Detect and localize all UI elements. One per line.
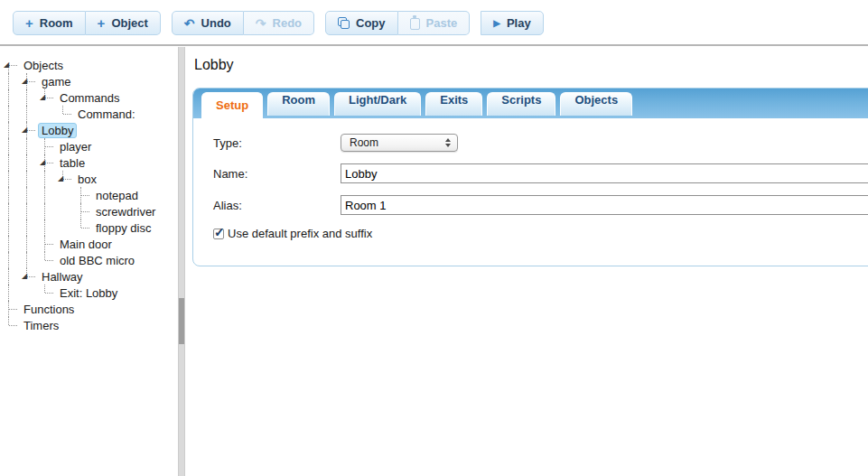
expander-icon[interactable]: ◢ xyxy=(22,78,27,85)
tree-node-label[interactable]: Timers xyxy=(20,318,62,333)
tree-node-player[interactable]: player xyxy=(0,138,178,154)
tree-node-screwdriver[interactable]: screwdriver xyxy=(0,203,178,219)
tree-node-lobby[interactable]: ◢Lobby xyxy=(0,122,178,138)
tree-node-label[interactable]: notepad xyxy=(92,188,142,203)
tree-node-timers[interactable]: Timers xyxy=(0,317,178,333)
tree-connector: ◢ xyxy=(54,171,72,187)
tree-node-floppy-disc[interactable]: floppy disc xyxy=(0,219,178,236)
use-default-prefix-checkbox[interactable] xyxy=(213,229,224,239)
expander-icon[interactable]: ◢ xyxy=(22,126,27,134)
copy-button[interactable]: Copy xyxy=(325,11,398,35)
tree-guide-line xyxy=(54,203,72,219)
add-object-button[interactable]: + Object xyxy=(86,11,161,35)
paste-button[interactable]: Paste xyxy=(398,11,471,35)
tree-node-label[interactable]: table xyxy=(56,155,89,171)
tree-node-label[interactable]: Commands xyxy=(56,90,123,106)
tree-guide-line xyxy=(54,219,72,236)
name-input[interactable] xyxy=(341,163,868,183)
expander-icon[interactable]: ◢ xyxy=(40,159,45,166)
expander-icon[interactable]: ◢ xyxy=(4,61,9,69)
tree-guide-line xyxy=(0,203,18,219)
tree-node-label[interactable]: Exit: Lobby xyxy=(56,285,121,301)
tree-guide-line xyxy=(0,138,18,154)
tree-scrollbar-thumb[interactable] xyxy=(179,298,184,344)
tree-guide-line xyxy=(0,285,18,301)
play-button[interactable]: ▶ Play xyxy=(481,11,543,35)
tree-node-label[interactable]: Lobby xyxy=(38,123,77,138)
tree-node-hallway[interactable]: ◢Hallway xyxy=(0,268,178,285)
tree-node-label[interactable]: old BBC micro xyxy=(56,253,138,268)
add-room-button[interactable]: + Room xyxy=(13,11,86,35)
tab-room[interactable]: Room xyxy=(267,92,330,116)
tree-connector xyxy=(72,203,90,219)
tree-guide-line xyxy=(54,187,72,203)
tree-node-main-door[interactable]: Main door xyxy=(0,236,178,252)
tree-guide-line xyxy=(36,171,54,187)
redo-arrow-icon: ↷ xyxy=(256,17,266,30)
prefix-checkbox-label: Use default prefix and suffix xyxy=(228,227,372,240)
add-room-label: Room xyxy=(40,16,73,30)
tree-node-command[interactable]: Command: xyxy=(0,106,178,122)
tree-node-label[interactable]: Command: xyxy=(74,107,139,122)
alias-input[interactable] xyxy=(341,195,868,215)
tree-scrollbar-track[interactable] xyxy=(178,47,185,476)
tab-setup[interactable]: Setup xyxy=(201,92,263,118)
tree-node-box[interactable]: ◢box xyxy=(0,171,178,187)
play-icon: ▶ xyxy=(493,19,500,28)
tree-node-label[interactable]: Functions xyxy=(20,302,78,317)
clipboard-group: Copy Paste xyxy=(325,11,470,35)
tree-node-game[interactable]: ◢game xyxy=(0,73,178,89)
tree-connector: ◢ xyxy=(36,154,54,171)
paste-clipboard-icon xyxy=(410,18,420,30)
tree-node-commands[interactable]: ◢Commands xyxy=(0,89,178,106)
tree-guide-line xyxy=(18,171,36,187)
tree-connector xyxy=(0,301,18,317)
tree-node-table[interactable]: ◢table xyxy=(0,154,178,171)
tree-connector xyxy=(54,106,72,122)
tree-guide-line xyxy=(18,236,36,252)
tree-guide-line xyxy=(0,171,18,187)
tree-connector xyxy=(36,236,54,252)
play-label: Play xyxy=(507,16,531,30)
tree-connector xyxy=(0,317,18,333)
tree-node-functions[interactable]: Functions xyxy=(0,301,178,317)
expander-icon[interactable]: ◢ xyxy=(58,175,63,182)
tab-exits[interactable]: Exits xyxy=(425,92,482,116)
tree-node-notepad[interactable]: notepad xyxy=(0,187,178,203)
type-label: Type: xyxy=(213,136,341,150)
tree-node-label[interactable]: Objects xyxy=(20,58,67,73)
create-button-group: + Room + Object xyxy=(13,11,161,35)
tree-node-label[interactable]: screwdriver xyxy=(92,204,159,219)
tree-connector: ◢ xyxy=(18,122,36,138)
object-tree: ◢Objects◢game◢CommandsCommand:◢Lobbyplay… xyxy=(0,48,178,476)
alias-row: Alias: xyxy=(213,195,868,215)
expander-icon[interactable]: ◢ xyxy=(40,94,45,101)
tab-scripts[interactable]: Scripts xyxy=(487,92,555,116)
tree-node-label[interactable]: floppy disc xyxy=(92,220,154,236)
name-row: Name: xyxy=(213,163,868,183)
tree-node-exit-lobby[interactable]: Exit: Lobby xyxy=(0,285,178,301)
tree-guide-line xyxy=(18,285,36,301)
tree-node-label[interactable]: player xyxy=(56,139,95,154)
redo-button[interactable]: ↷ Redo xyxy=(244,11,314,35)
name-label: Name: xyxy=(213,167,341,181)
undo-redo-group: ↶ Undo ↷ Redo xyxy=(172,11,314,35)
tree-guide-line xyxy=(18,252,36,268)
tree-node-label[interactable]: game xyxy=(38,74,75,89)
tree-node-label[interactable]: Main door xyxy=(56,237,116,252)
tree-node-label[interactable]: box xyxy=(74,172,100,187)
tree-node-old-bbc-micro[interactable]: old BBC micro xyxy=(0,252,178,268)
tree-connector xyxy=(36,252,54,268)
copy-icon xyxy=(338,17,350,29)
tree-node-objects[interactable]: ◢Objects xyxy=(0,57,178,73)
tree-node-label[interactable]: Hallway xyxy=(38,269,87,285)
type-select[interactable]: Room xyxy=(341,134,458,152)
undo-button[interactable]: ↶ Undo xyxy=(172,11,244,35)
tree-guide-line xyxy=(36,203,54,219)
expander-icon[interactable]: ◢ xyxy=(22,273,27,280)
tree-guide-line xyxy=(18,203,36,219)
tab-light-dark[interactable]: Light/Dark xyxy=(334,92,421,116)
tab-objects[interactable]: Objects xyxy=(560,92,632,116)
alias-label: Alias: xyxy=(213,199,341,212)
undo-label: Undo xyxy=(201,16,231,30)
